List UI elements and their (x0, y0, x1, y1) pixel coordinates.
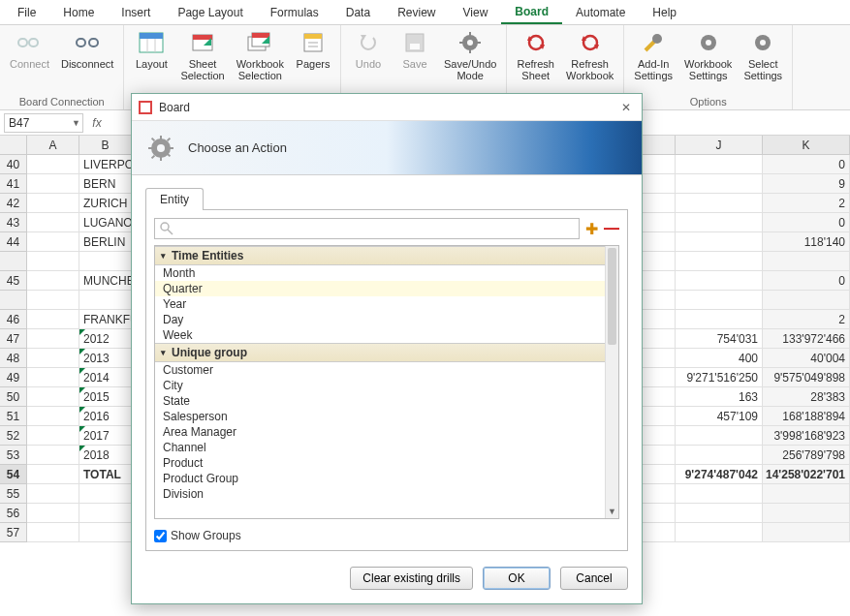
tab-data[interactable]: Data (332, 2, 384, 23)
row-header[interactable]: 56 (0, 504, 27, 523)
name-box[interactable]: B47 ▼ (4, 113, 83, 133)
ok-button[interactable]: OK (483, 567, 551, 590)
cell[interactable]: 0 (763, 213, 850, 232)
cell[interactable] (79, 523, 132, 542)
refresh-workbook-button[interactable]: Refresh Workbook (560, 27, 619, 83)
col-header-k[interactable]: K (763, 136, 850, 154)
cell[interactable]: BERLIN (79, 232, 132, 252)
select-all-corner[interactable] (0, 136, 27, 154)
cell[interactable]: FRANKFURT (79, 310, 132, 329)
cell[interactable] (27, 155, 79, 174)
cell[interactable] (27, 232, 79, 252)
cell[interactable] (676, 523, 763, 542)
cell[interactable] (79, 484, 132, 504)
cell[interactable]: 2015 (79, 387, 132, 407)
row-header[interactable]: 45 (0, 271, 27, 291)
col-header-j[interactable]: J (676, 136, 763, 154)
row-header[interactable]: 44 (0, 232, 27, 252)
layout-button[interactable]: Layout (128, 27, 174, 72)
cell[interactable] (676, 155, 763, 174)
list-item[interactable]: Division (155, 486, 605, 502)
close-button[interactable]: ✕ (616, 98, 636, 117)
cell[interactable] (676, 194, 763, 213)
cell[interactable] (676, 504, 763, 523)
cell[interactable] (27, 484, 79, 504)
list-item[interactable]: Day (155, 312, 605, 327)
cell[interactable]: 754'031 (676, 329, 763, 349)
cell[interactable]: 2016 (79, 407, 132, 426)
cell[interactable]: LIVERPOOL (79, 155, 132, 174)
cell[interactable] (676, 213, 763, 232)
row-header[interactable]: 53 (0, 446, 27, 465)
scroll-thumb[interactable] (608, 248, 616, 345)
group-header[interactable]: ▾Unique group (155, 343, 605, 362)
cell[interactable] (763, 484, 850, 504)
add-button[interactable]: ✚ (585, 220, 598, 238)
cell[interactable] (27, 426, 79, 446)
tab-formulas[interactable]: Formulas (257, 2, 332, 23)
list-item[interactable]: Month (155, 265, 605, 281)
cell[interactable] (676, 484, 763, 504)
remove-button[interactable]: — (604, 220, 619, 237)
cell[interactable]: 168'188'894 (763, 407, 850, 426)
undo-button[interactable]: Undo (345, 27, 392, 72)
tab-view[interactable]: View (450, 2, 502, 23)
row-header[interactable]: 57 (0, 523, 27, 542)
cell[interactable] (27, 310, 79, 329)
scroll-down[interactable]: ▼ (606, 505, 618, 518)
cell[interactable]: BERN (79, 174, 132, 194)
search-input[interactable] (154, 218, 580, 239)
tab-help[interactable]: Help (639, 2, 690, 23)
row-header[interactable]: 46 (0, 310, 27, 329)
row-header[interactable]: 49 (0, 368, 27, 387)
col-header-a[interactable]: A (27, 136, 79, 154)
cell[interactable] (79, 504, 132, 523)
cell[interactable] (27, 349, 79, 368)
cell[interactable] (27, 252, 79, 271)
cell[interactable]: 9'274'487'042 (676, 465, 763, 484)
entity-tab[interactable]: Entity (145, 188, 204, 210)
sheet-selection-button[interactable]: Sheet Selection (174, 27, 230, 83)
cell[interactable] (27, 407, 79, 426)
cell[interactable] (27, 271, 79, 291)
row-header[interactable]: 50 (0, 387, 27, 407)
cell[interactable]: 2013 (79, 349, 132, 368)
list-item[interactable]: Channel (155, 440, 605, 455)
list-item[interactable]: Salesperson (155, 409, 605, 424)
cell[interactable]: 28'383 (763, 387, 850, 407)
cell[interactable]: 0 (763, 271, 850, 291)
cell[interactable]: ZURICH (79, 194, 132, 213)
refresh-sheet-button[interactable]: Refresh Sheet (511, 27, 560, 83)
cell[interactable] (27, 291, 79, 310)
clear-drills-button[interactable]: Clear existing drills (350, 567, 473, 590)
list-item[interactable]: Product Group (155, 471, 605, 486)
scrollbar[interactable]: ▲ ▼ (605, 246, 618, 518)
save-button[interactable]: Save (392, 27, 438, 72)
cell[interactable] (27, 194, 79, 213)
show-groups-input[interactable] (154, 530, 167, 542)
row-header[interactable]: 55 (0, 484, 27, 504)
row-header[interactable]: 47 (0, 329, 27, 349)
row-header[interactable]: 48 (0, 349, 27, 368)
row-header[interactable] (0, 291, 27, 310)
cell[interactable] (676, 291, 763, 310)
tab-home[interactable]: Home (49, 2, 108, 23)
show-groups-checkbox[interactable]: Show Groups (154, 525, 619, 542)
cell[interactable] (27, 446, 79, 465)
cell[interactable] (676, 232, 763, 252)
row-header[interactable]: 51 (0, 407, 27, 426)
addin-settings-button[interactable]: Add-In Settings (628, 27, 678, 83)
disconnect-button[interactable]: Disconnect (55, 27, 119, 72)
cell[interactable] (27, 329, 79, 349)
workbook-settings-button[interactable]: Workbook Settings (678, 27, 738, 83)
cell[interactable]: 3'998'168'923 (763, 426, 850, 446)
cell[interactable]: 118'140 (763, 232, 850, 252)
cell[interactable]: TOTAL (79, 465, 132, 484)
cell[interactable] (27, 523, 79, 542)
cell[interactable]: 14'258'022'701 (763, 465, 850, 484)
pagers-button[interactable]: Pagers (290, 27, 336, 72)
cell[interactable] (27, 387, 79, 407)
cell[interactable]: MUNCHEN (79, 271, 132, 291)
list-item[interactable]: City (155, 378, 605, 393)
cell[interactable] (27, 368, 79, 387)
